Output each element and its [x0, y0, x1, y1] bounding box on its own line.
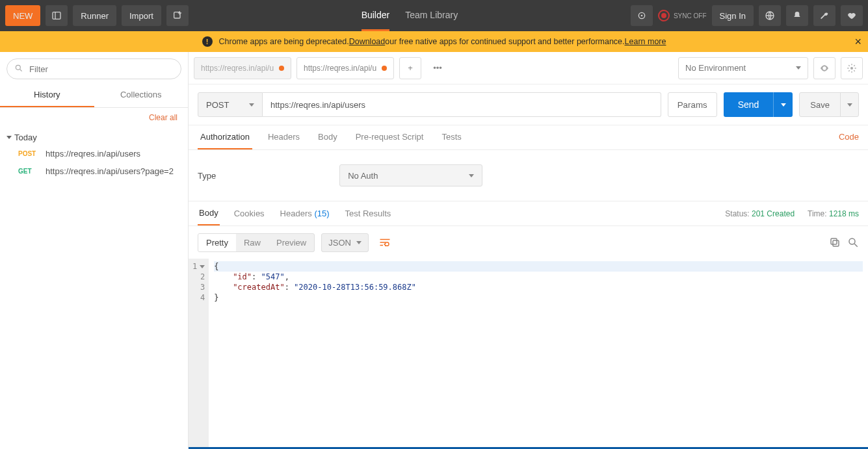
response-tab-cookies[interactable]: Cookies	[233, 202, 266, 225]
wrap-lines-button[interactable]	[375, 233, 395, 252]
fold-icon[interactable]	[200, 265, 205, 268]
chevron-down-icon	[356, 241, 362, 244]
history-item[interactable]: POST https://reqres.in/api/users	[0, 145, 188, 162]
browse-button[interactable]	[759, 5, 781, 26]
filter-input[interactable]	[7, 58, 181, 79]
send-dropdown[interactable]	[773, 92, 793, 117]
response-tab-tests[interactable]: Test Results	[344, 202, 393, 225]
sync-status[interactable]: SYNC OFF	[658, 10, 707, 21]
env-settings-button[interactable]	[841, 57, 863, 79]
tab-authorization[interactable]: Authorization	[198, 125, 252, 149]
tab-builder[interactable]: Builder	[362, 0, 390, 31]
save-dropdown[interactable]	[840, 92, 858, 117]
chevron-down-icon	[796, 66, 801, 70]
send-button[interactable]: Send	[724, 92, 793, 117]
request-tab[interactable]: https://reqres.in/api/u	[194, 57, 291, 79]
banner-close-button[interactable]: ×	[854, 35, 861, 49]
unsaved-dot-icon	[279, 66, 284, 71]
svg-line-9	[20, 70, 22, 71]
view-preview[interactable]: Preview	[269, 234, 314, 251]
clear-all-button[interactable]: Clear all	[0, 108, 188, 127]
new-window-button[interactable]	[166, 5, 189, 26]
eye-icon	[819, 63, 830, 73]
view-raw[interactable]: Raw	[236, 234, 269, 251]
topbar: NEW Runner Import Builder Team Library S…	[0, 0, 868, 31]
response-tab-body[interactable]: Body	[198, 201, 220, 225]
auth-type-selector[interactable]: No Auth	[339, 164, 482, 186]
history-group-header[interactable]: Today	[0, 127, 188, 145]
tab-options-button[interactable]: •••	[427, 57, 449, 79]
sync-label: SYNC OFF	[674, 12, 707, 19]
sidebar-tab-collections[interactable]: Collections	[94, 83, 189, 107]
sign-in-button[interactable]: Sign In	[712, 5, 754, 26]
search-icon	[14, 64, 23, 73]
tab-body[interactable]: Body	[315, 125, 340, 149]
url-bar: POST Params Send Save	[189, 84, 868, 125]
svg-rect-14	[831, 238, 837, 244]
save-button[interactable]: Save	[799, 92, 859, 117]
params-button[interactable]: Params	[668, 92, 717, 117]
method-selector[interactable]: POST	[198, 92, 263, 117]
lang-selector[interactable]: JSON	[321, 233, 369, 252]
banner-text-mid: our free native apps for continued suppo…	[385, 37, 624, 46]
svg-point-6	[641, 15, 643, 17]
tab-tests[interactable]: Tests	[439, 125, 464, 149]
response-tab-headers[interactable]: Headers (15)	[279, 202, 331, 225]
capture-button[interactable]	[631, 5, 653, 26]
banner-learn-link[interactable]: Learn more	[625, 37, 666, 46]
topbar-center-tabs: Builder Team Library	[194, 0, 625, 31]
env-quicklook-button[interactable]	[813, 57, 835, 79]
view-mode-segment: Pretty Raw Preview	[198, 233, 315, 252]
add-tab-button[interactable]: +	[399, 57, 421, 79]
history-method: POST	[18, 150, 39, 157]
banner-text-pre: Chrome apps are being deprecated.	[219, 37, 349, 46]
sidebar: History Collections Clear all Today POST…	[0, 52, 189, 449]
search-response-icon[interactable]	[847, 237, 859, 248]
tab-prerequest[interactable]: Pre-request Script	[353, 125, 427, 149]
favorite-button[interactable]	[841, 5, 863, 26]
status-value: 201 Created	[752, 209, 795, 218]
runner-button[interactable]: Runner	[73, 5, 116, 26]
tab-headers[interactable]: Headers	[265, 125, 302, 149]
chevron-down-icon	[469, 174, 474, 177]
send-label: Send	[724, 99, 774, 110]
history-method: GET	[18, 168, 39, 175]
line-gutter: 1 234	[189, 259, 209, 447]
code-link[interactable]: Code	[839, 125, 859, 149]
notifications-button[interactable]	[786, 5, 808, 26]
main: https://reqres.in/api/u https://reqres.i…	[189, 52, 868, 449]
request-tab-active[interactable]: https://reqres.in/api/u	[296, 57, 394, 79]
wrap-icon	[379, 238, 391, 247]
request-subtab-bar: Authorization Headers Body Pre-request S…	[189, 125, 868, 150]
status-label: Status:	[725, 209, 749, 218]
svg-point-8	[16, 65, 20, 70]
view-pretty[interactable]: Pretty	[198, 234, 236, 251]
lang-label: JSON	[328, 238, 351, 248]
history-url: https://reqres.in/api/users	[46, 149, 140, 159]
environment-selector[interactable]: No Environment	[678, 57, 808, 79]
response-meta: Status: 201 Created Time: 1218 ms	[725, 209, 859, 218]
svg-rect-13	[833, 240, 839, 246]
bell-icon	[792, 10, 802, 21]
authorization-panel: Type No Auth	[189, 150, 868, 201]
banner-download-link[interactable]: Download	[349, 37, 386, 46]
code-body[interactable]: { "id": "547", "createdAt": "2020-10-28T…	[209, 259, 868, 447]
globe-icon	[765, 10, 775, 21]
settings-button[interactable]	[813, 5, 835, 26]
chevron-down-icon	[847, 103, 852, 107]
response-toolbar: Pretty Raw Preview JSON	[189, 226, 868, 259]
history-url: https://reqres.in/api/users?page=2	[46, 166, 174, 176]
filter-wrap	[0, 52, 188, 83]
new-button[interactable]: NEW	[5, 5, 40, 26]
environment-label: No Environment	[685, 63, 746, 73]
svg-point-10	[850, 67, 853, 70]
copy-icon[interactable]	[829, 237, 841, 248]
url-input[interactable]	[263, 92, 661, 117]
import-button[interactable]: Import	[122, 5, 161, 26]
history-item[interactable]: GET https://reqres.in/api/users?page=2	[0, 162, 188, 180]
layout-toggle-button[interactable]	[46, 5, 68, 26]
auth-type-label: Type	[198, 171, 216, 181]
sidebar-tab-history[interactable]: History	[0, 83, 94, 107]
tab-team-library[interactable]: Team Library	[405, 0, 458, 31]
request-tab-label: https://reqres.in/api/u	[304, 64, 376, 73]
